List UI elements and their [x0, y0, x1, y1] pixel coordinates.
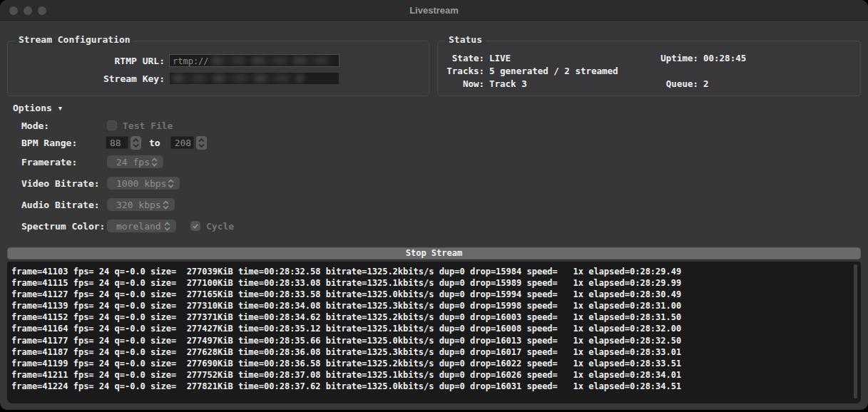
- app-window: Livestream Stream Configuration RTMP URL…: [0, 0, 868, 410]
- queue-label: Queue:: [659, 78, 698, 89]
- bpm-min-input[interactable]: 88: [106, 136, 128, 149]
- bpm-min-stepper[interactable]: [131, 136, 141, 150]
- framerate-dropdown[interactable]: 24 fps: [107, 155, 163, 168]
- state-value: LIVE: [489, 53, 511, 66]
- rtmp-url-redacted-text: [211, 56, 333, 65]
- spectrum-color-selected-value: moreland: [116, 221, 164, 232]
- chevron-up-icon: [198, 138, 205, 143]
- stop-stream-button[interactable]: Stop Stream: [7, 247, 861, 259]
- options-collapsible-header[interactable]: Options ▾: [13, 103, 63, 113]
- uptime-label: Uptime:: [659, 53, 698, 63]
- log-line: frame=41199 fps= 24 q=-0.0 size= 277690K…: [11, 358, 861, 369]
- framerate-selected-value: 24 fps: [116, 157, 151, 168]
- updown-chevron-icon: [163, 200, 169, 210]
- chevron-up-icon: [133, 138, 139, 143]
- updown-chevron-icon: [168, 179, 174, 188]
- updown-chevron-icon: [151, 158, 158, 167]
- audio-bitrate-row: Audio Bitrate: 320 kbps: [0, 197, 428, 212]
- queue-value: 2: [703, 78, 709, 89]
- video-bitrate-selected-value: 1000 kbps: [116, 178, 168, 189]
- stream-key-label: Stream Key:: [8, 73, 165, 84]
- uptime-value: 00:28:45: [703, 53, 746, 63]
- test-file-checkbox[interactable]: [107, 120, 117, 130]
- rtmp-url-label: RTMP URL:: [8, 56, 165, 66]
- log-line: frame=41177 fps= 24 q=-0.0 size= 277497K…: [11, 335, 861, 346]
- status-title: Status: [445, 34, 486, 45]
- rtmp-url-value: rtmp://: [173, 56, 209, 66]
- status-row-tracks: Tracks: 5 generated / 2 streamed: [445, 66, 618, 78]
- video-bitrate-label: Video Bitrate:: [21, 178, 100, 189]
- rtmp-url-row: RTMP URL: rtmp://: [8, 54, 339, 67]
- now-label: Now:: [445, 78, 484, 91]
- video-bitrate-dropdown[interactable]: 1000 kbps: [107, 177, 180, 190]
- video-bitrate-row: Video Bitrate: 1000 kbps: [0, 176, 428, 190]
- log-line: frame=41164 fps= 24 q=-0.0 size= 277427K…: [11, 323, 861, 334]
- cycle-checkbox[interactable]: [190, 221, 200, 231]
- log-line: frame=41139 fps= 24 q=-0.0 size= 277310K…: [11, 300, 861, 311]
- rtmp-url-input[interactable]: rtmp://: [169, 54, 339, 67]
- status-group: Status State: LIVE Uptime: 00:28:45 Trac…: [437, 41, 861, 96]
- log-scrollbar-thumb[interactable]: [854, 264, 857, 398]
- test-file-checkbox-label: Test File: [123, 120, 173, 131]
- bpm-range-label: BPM Range:: [21, 138, 77, 148]
- log-lines: frame=41103 fps= 24 q=-0.0 size= 277039K…: [11, 266, 861, 392]
- stream-configuration-group: Stream Configuration RTMP URL: rtmp:// S…: [7, 41, 429, 96]
- log-line: frame=41103 fps= 24 q=-0.0 size= 277039K…: [11, 266, 861, 277]
- cycle-checkbox-label: Cycle: [206, 221, 234, 232]
- chevron-down-icon: [198, 143, 205, 148]
- framerate-label: Framerate:: [21, 157, 77, 168]
- bpm-to-label: to: [149, 138, 160, 148]
- log-line: frame=41211 fps= 24 q=-0.0 size= 277752K…: [11, 369, 861, 381]
- bpm-range-row: BPM Range: 88 to 208: [0, 135, 428, 150]
- log-line: frame=41127 fps= 24 q=-0.0 size= 277165K…: [11, 289, 861, 300]
- status-row-state: State: LIVE Uptime: 00:28:45: [445, 53, 511, 66]
- spectrum-color-dropdown[interactable]: moreland: [107, 220, 176, 232]
- spectrum-color-label: Spectrum Color:: [21, 221, 105, 232]
- chevron-down-icon: [133, 143, 139, 148]
- spectrum-color-row: Spectrum Color: moreland Cycle: [0, 219, 428, 233]
- mode-label: Mode:: [21, 120, 49, 131]
- stream-key-redacted-text: [172, 74, 304, 83]
- log-line: frame=41187 fps= 24 q=-0.0 size= 277628K…: [11, 346, 861, 358]
- log-line: frame=41152 fps= 24 q=-0.0 size= 277371K…: [11, 311, 861, 323]
- status-row-now: Now: Track 3 Queue: 2: [445, 78, 527, 91]
- mode-row: Mode: Test File: [0, 118, 428, 133]
- framerate-row: Framerate: 24 fps: [0, 155, 428, 169]
- log-line: frame=41224 fps= 24 q=-0.0 size= 277821K…: [11, 381, 861, 392]
- state-label: State:: [445, 53, 484, 66]
- audio-bitrate-dropdown[interactable]: 320 kbps: [107, 198, 175, 211]
- log-output[interactable]: frame=41103 fps= 24 q=-0.0 size= 277039K…: [7, 262, 861, 403]
- stream-key-input[interactable]: [169, 72, 339, 85]
- bpm-max-stepper[interactable]: [196, 136, 207, 150]
- audio-bitrate-label: Audio Bitrate:: [21, 200, 100, 210]
- tracks-label: Tracks:: [445, 66, 484, 78]
- updown-chevron-icon: [164, 222, 170, 231]
- now-value: Track 3: [489, 78, 527, 91]
- title-bar: Livestream: [0, 0, 868, 21]
- window-title: Livestream: [0, 5, 868, 16]
- audio-bitrate-selected-value: 320 kbps: [116, 200, 163, 210]
- log-line: frame=41115 fps= 24 q=-0.0 size= 277100K…: [11, 277, 861, 289]
- checkmark-icon: [192, 222, 199, 230]
- bpm-max-input[interactable]: 208: [170, 136, 194, 149]
- stream-configuration-title: Stream Configuration: [15, 34, 134, 45]
- stream-key-row: Stream Key:: [8, 72, 339, 85]
- tracks-value: 5 generated / 2 streamed: [489, 66, 618, 78]
